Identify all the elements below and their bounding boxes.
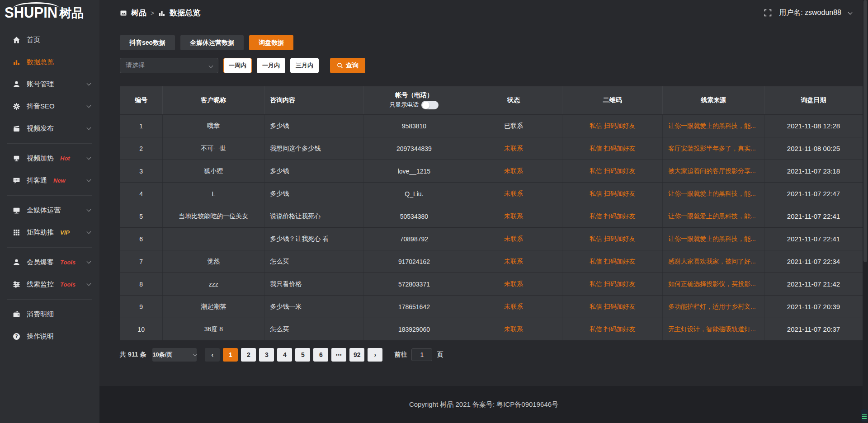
page-size-select[interactable]: 10条/页 [152, 348, 197, 362]
page-button-4[interactable]: 4 [277, 348, 292, 362]
page-scrollbar[interactable] [863, 0, 868, 423]
cell-qr-links[interactable]: 私信 扫码加好友 [562, 228, 663, 250]
page-button-2[interactable]: 2 [241, 348, 256, 362]
sidebar-item-label: 账号管理 [27, 80, 54, 89]
sidebar-item-label: 视频加热 [27, 154, 54, 163]
cell-status: 未联系 [465, 183, 562, 205]
sidebar: SHUPIN 树品 首页 数据总览 账号管理 抖音SEO 视频发布 [0, 0, 99, 423]
cell-no: 6 [120, 228, 163, 250]
user-icon [13, 80, 20, 88]
content-area: 抖音seo数据 全媒体运营数据 询盘数据 请选择 一周内 一月内 三月内 查询 … [99, 26, 868, 386]
cell-qr-links[interactable]: 私信 扫码加好友 [562, 273, 663, 295]
sidebar-divider [7, 299, 92, 300]
cell-source-link[interactable]: 让你一眼就爱上的黑科技，能... [663, 228, 764, 250]
cell-account: Q_Liu. [363, 183, 465, 205]
cell-source-link[interactable]: 让你一眼就爱上的黑科技，能... [663, 205, 764, 227]
sidebar-item-spending-details[interactable]: 消费明细 [0, 303, 99, 325]
sidebar-item-member-burst[interactable]: 会员爆客 Tools [0, 251, 99, 273]
user-icon [13, 258, 20, 266]
browser-widget[interactable] [861, 409, 868, 422]
copyright-text: Copyright 树品 2021 备案号: 粤ICP备09019646号 [409, 400, 558, 409]
cell-nickname: 觉然 [163, 250, 264, 273]
cell-qr-links[interactable]: 私信 扫码加好友 [562, 250, 663, 273]
sidebar-item-label: 数据总览 [27, 58, 54, 66]
vip-badge: VIP [60, 229, 70, 236]
cell-nickname: 哦章 [163, 115, 264, 137]
cell-account: love__1215 [363, 160, 465, 182]
range-button-month[interactable]: 一月内 [257, 58, 285, 73]
page-button-1[interactable]: 1 [223, 348, 238, 362]
page-button-5[interactable]: 5 [295, 348, 310, 362]
cell-nickname [163, 228, 264, 250]
cell-content: 我只看价格 [264, 273, 363, 295]
cell-no: 8 [120, 273, 163, 295]
cell-account: 178651642 [363, 296, 465, 318]
tab-inquiry-data[interactable]: 询盘数据 [249, 35, 293, 50]
cell-qr-links[interactable]: 私信 扫码加好友 [562, 115, 663, 137]
sidebar-nav: 首页 数据总览 账号管理 抖音SEO 视频发布 视频加热 Hot [0, 26, 99, 348]
table-row: 2 不可一世 我想问这个多少钱 2097344839 未联系 私信 扫码加好友 … [120, 137, 863, 160]
cell-source-link[interactable]: 如何正确选择投影仪，买投影... [663, 273, 764, 295]
sidebar-item-lead-monitor[interactable]: 线索监控 Tools [0, 273, 99, 296]
cell-source-link[interactable]: 让你一眼就爱上的黑科技，能... [663, 115, 764, 137]
page-button-3[interactable]: 3 [259, 348, 274, 362]
next-page-button[interactable]: › [368, 348, 382, 362]
cell-source-link[interactable]: 让你一眼就爱上的黑科技，能... [663, 183, 764, 205]
cell-source-link[interactable]: 客厅安装投影半年多了，真实... [663, 137, 764, 160]
sidebar-divider [7, 247, 92, 248]
range-button-week[interactable]: 一周内 [223, 58, 252, 73]
phone-only-toggle[interactable] [421, 101, 439, 109]
cell-source-link[interactable]: 被大家追着问的客厅投影分享... [663, 160, 764, 182]
search-button[interactable]: 查询 [330, 58, 365, 73]
sidebar-item-label: 消费明细 [27, 310, 54, 319]
cell-source-link[interactable]: 感谢大家喜欢我家，被问了好... [663, 250, 764, 273]
cell-qr-links[interactable]: 私信 扫码加好友 [562, 296, 663, 318]
cell-qr-links[interactable]: 私信 扫码加好友 [562, 183, 663, 205]
page-button-6[interactable]: 6 [313, 348, 328, 362]
chevron-down-icon [848, 10, 853, 14]
cell-account: 9583810 [363, 115, 465, 137]
cell-qr-links[interactable]: 私信 扫码加好友 [562, 205, 663, 227]
sidebar-item-omnimedia[interactable]: 全媒体运营 [0, 199, 99, 221]
app-logo: SHUPIN 树品 [0, 0, 99, 26]
tab-douyin-seo-data[interactable]: 抖音seo数据 [120, 35, 175, 50]
user-zone: 用户名: zswodun88 [764, 8, 852, 18]
cell-source-link[interactable]: 多功能护栏灯，适用于乡村文... [663, 296, 764, 318]
page-footer: Copyright 树品 2021 备案号: 粤ICP备09019646号 [99, 386, 868, 423]
pagination-bar: 共 911 条 10条/页 ‹ 1 2 3 4 5 6 ••• 92 › 前往 … [120, 348, 863, 362]
chevron-down-icon [87, 207, 91, 212]
chevron-down-icon [87, 155, 91, 160]
cell-content: 多少钱 [264, 115, 363, 137]
sidebar-item-video-heating[interactable]: 视频加热 Hot [0, 147, 99, 169]
cell-account: 50534380 [363, 205, 465, 227]
sidebar-item-douketong[interactable]: 抖客通 New [0, 169, 99, 192]
prev-page-button[interactable]: ‹ [205, 348, 220, 362]
cell-no: 5 [120, 205, 163, 227]
scrollbar-thumb[interactable] [863, 0, 867, 262]
breadcrumb-home[interactable]: 树品 [131, 8, 146, 18]
cell-qr-links[interactable]: 私信 扫码加好友 [562, 137, 663, 160]
jump-page-input[interactable] [411, 348, 432, 361]
col-header-content: 咨询内容 [264, 86, 363, 114]
filter-select[interactable]: 请选择 [120, 58, 218, 73]
cell-status: 未联系 [465, 137, 562, 160]
top-header: 树品 > 数据总览 用户名: zswodun88 [99, 0, 868, 26]
sidebar-item-instructions[interactable]: ? 操作说明 [0, 325, 99, 348]
cell-qr-links[interactable]: 私信 扫码加好友 [562, 160, 663, 182]
cell-qr-links[interactable]: 私信 扫码加好友 [562, 318, 663, 340]
more-pages-button[interactable]: ••• [331, 348, 346, 362]
cell-account: 917024162 [363, 250, 465, 273]
sidebar-item-douyin-seo[interactable]: 抖音SEO [0, 95, 99, 118]
sidebar-item-data-overview[interactable]: 数据总览 [0, 51, 99, 73]
sidebar-item-home[interactable]: 首页 [0, 29, 99, 51]
tab-omnimedia-data[interactable]: 全媒体运营数据 [180, 35, 244, 50]
cell-source-link[interactable]: 无主灯设计，智能磁吸轨道灯... [663, 318, 764, 340]
page-button-92[interactable]: 92 [349, 348, 364, 362]
sidebar-item-account-management[interactable]: 账号管理 [0, 73, 99, 95]
sidebar-item-matrix-boost[interactable]: 矩阵助推 VIP [0, 221, 99, 244]
chevron-down-icon [87, 81, 91, 86]
fullscreen-icon[interactable] [764, 9, 772, 17]
range-button-quarter[interactable]: 三月内 [290, 58, 319, 73]
sidebar-item-video-publish[interactable]: 视频发布 [0, 118, 99, 140]
username-label[interactable]: 用户名: zswodun88 [779, 8, 841, 18]
